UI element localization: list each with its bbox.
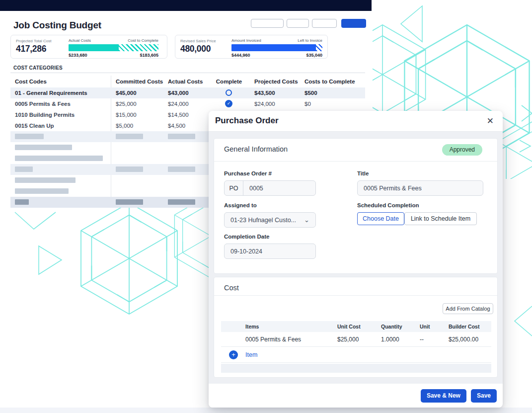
header-action-button-3[interactable]	[312, 19, 337, 28]
assigned-to-select[interactable]: 01-23 Hufnagel Custo... ⌄	[224, 212, 316, 228]
invoiced-vs-left-bar	[231, 44, 322, 51]
col-unit-cost: Unit Cost	[337, 324, 361, 330]
completion-date-value: 09-10-2024	[230, 248, 262, 255]
plus-icon: +	[229, 350, 238, 359]
table-header-row: Cost Codes Committed Costs Actual Costs …	[10, 76, 365, 87]
title-input[interactable]: 0005 Permits & Fees	[357, 180, 483, 196]
modal-header: Purchase Order ✕	[209, 111, 503, 132]
bar-left-label: Amount Invoiced	[231, 38, 261, 43]
po-prefix: PO	[225, 181, 243, 195]
completion-date-label: Completion Date	[224, 234, 269, 240]
cost-code-link[interactable]: 1010 Building Permits	[15, 112, 75, 118]
col-projected: Projected Costs	[254, 79, 298, 84]
title-label: Title	[357, 170, 369, 176]
item-name: 0005 Permits & Fees	[245, 336, 301, 343]
complete-check-icon[interactable]: ✓	[225, 100, 232, 107]
bar-fill	[231, 44, 316, 51]
po-value: 0005	[243, 185, 263, 192]
po-number-label: Purchase Order #	[224, 170, 272, 176]
card-label: Revised Sales Price	[180, 39, 216, 43]
bar-left-value: $233,680	[69, 53, 87, 58]
scheduled-completion-label: Scheduled Completion	[357, 202, 419, 208]
projected-total-cost-card: Projected Total Cost 417,286 Actual Cost…	[10, 35, 167, 59]
card-value: 480,000	[180, 44, 211, 54]
header-primary-button[interactable]	[341, 19, 366, 28]
chevron-down-icon: ⌄	[304, 216, 309, 224]
complete-circle-icon[interactable]	[226, 89, 232, 96]
card-value: 417,286	[16, 44, 46, 54]
col-actual: Actual Costs	[168, 79, 203, 84]
title-value: 0005 Permits & Fees	[364, 185, 422, 192]
page-title: Job Costing Budget	[13, 20, 101, 31]
add-item-label: Item	[245, 351, 257, 358]
geometric-pattern-corner	[512, 303, 532, 348]
save-and-new-button[interactable]: Save & New	[421, 389, 466, 403]
general-information-card: General Information Approved Purchase Or…	[214, 138, 498, 274]
cost-code-link[interactable]: 0005 Permits & Fees	[15, 101, 71, 107]
general-information-title: General Information	[224, 145, 288, 153]
status-badge: Approved	[442, 144, 482, 156]
top-navbar	[0, 0, 372, 11]
bar-hatch	[119, 44, 158, 51]
link-to-schedule-item-button[interactable]: Link to Schedule Item	[404, 212, 477, 225]
revised-sales-price-card: Revised Sales Price 480,000 Amount Invoi…	[175, 35, 328, 59]
save-button[interactable]: Save	[471, 389, 497, 403]
page-bottom-strip	[0, 408, 532, 413]
bar-left-value: $444,960	[231, 53, 250, 58]
col-cost-codes: Cost Codes	[15, 79, 47, 84]
table-row: 01 - General Requirements $45,000 $43,00…	[10, 87, 365, 98]
section-divider	[10, 73, 365, 73]
bar-right-label: Cost to Complete	[128, 38, 158, 43]
col-complete: Complete	[209, 79, 249, 84]
col-builder-cost: Builder Cost	[449, 324, 479, 330]
bar-right-value: $35,040	[306, 53, 322, 58]
modal-footer: Save & New Save	[209, 384, 503, 408]
po-number-input[interactable]: PO 0005	[224, 180, 316, 196]
app-canvas: Job Costing Budget Projected Total Cost …	[0, 0, 532, 413]
header-action-button-1[interactable]	[251, 19, 284, 28]
items-table: Items Unit Cost Quantity Unit Builder Co…	[221, 321, 491, 373]
cost-code-link[interactable]: 0015 Clean Up	[15, 123, 54, 129]
header-action-button-2[interactable]	[287, 19, 309, 28]
choose-date-button[interactable]: Choose Date	[357, 212, 404, 225]
add-item-button[interactable]: + Item	[221, 347, 491, 363]
items-header-row: Items Unit Cost Quantity Unit Builder Co…	[221, 321, 491, 332]
table-footer-strip	[221, 364, 491, 373]
completion-date-input[interactable]: 09-10-2024	[224, 244, 316, 259]
assigned-to-value: 01-23 Hufnagel Custo...	[230, 217, 296, 224]
close-icon[interactable]: ✕	[487, 115, 494, 127]
bar-left-label: Actual Costs	[69, 38, 91, 43]
col-items: Items	[245, 324, 259, 330]
card-divider	[214, 295, 497, 296]
col-quantity: Quantity	[381, 324, 402, 330]
cost-code-cell: 01 - General Requirements	[15, 90, 87, 96]
bar-hatch	[316, 44, 322, 51]
cost-card: Cost Add From Catalog Items Unit Cost Qu…	[214, 277, 498, 378]
add-from-catalog-button[interactable]: Add From Catalog	[443, 303, 493, 314]
modal-title: Purchase Order	[215, 116, 279, 126]
bar-fill	[69, 44, 119, 51]
col-committed: Committed Costs	[116, 79, 163, 84]
card-divider	[214, 161, 497, 162]
cost-categories-heading: COST CATEGORIES	[13, 65, 63, 71]
cost-section-title: Cost	[224, 284, 239, 292]
geometric-pattern-left	[10, 206, 219, 326]
bar-right-label: Left to Invoice	[298, 38, 322, 43]
actual-vs-complete-bar	[69, 44, 158, 51]
item-row: 0005 Permits & Fees $25,000 1.0000 -- $2…	[221, 332, 491, 347]
col-unit: Unit	[420, 324, 430, 330]
bar-right-value: $183,605	[140, 53, 158, 58]
purchase-order-modal: Purchase Order ✕ General Information App…	[209, 111, 503, 408]
card-label: Projected Total Cost	[16, 39, 51, 43]
col-costs-to-complete: Costs to Complete	[304, 79, 355, 84]
table-row: 0005 Permits & Fees $25,000 $24,000 ✓ $2…	[10, 98, 365, 109]
assigned-to-label: Assigned to	[224, 202, 257, 208]
